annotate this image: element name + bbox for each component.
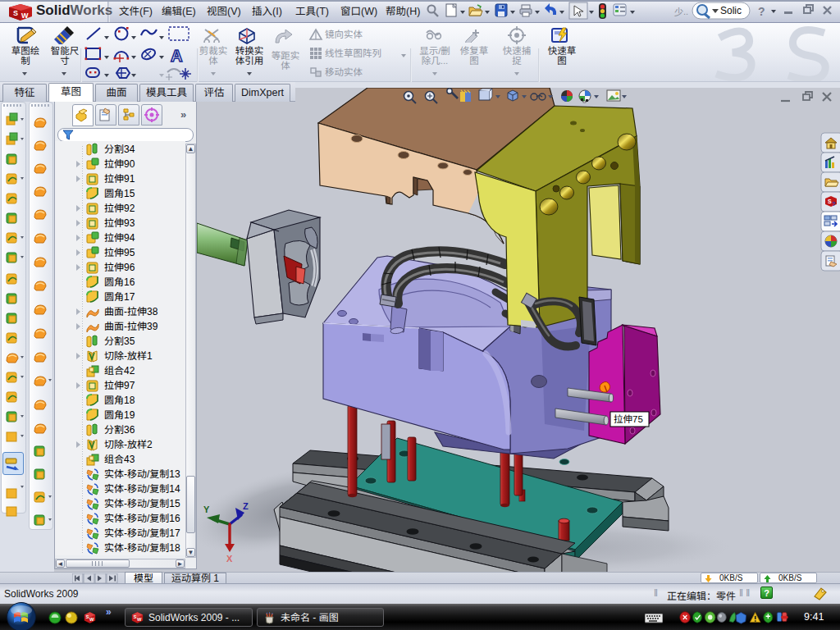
svg-text:S: S <box>13 9 18 17</box>
svg-text:拉伸75: 拉伸75 <box>614 414 643 424</box>
svg-text:A: A <box>171 47 182 65</box>
svg-text:Y: Y <box>203 504 210 514</box>
svg-text:W: W <box>137 617 142 622</box>
svg-text:Z: Z <box>243 501 249 511</box>
svg-text:S: S <box>86 614 89 619</box>
svg-text:S: S <box>134 614 137 619</box>
svg-text:W: W <box>89 617 94 622</box>
svg-text:?: ? <box>758 5 765 18</box>
svg-text:X: X <box>226 554 233 564</box>
svg-text:少..: 少.. <box>674 7 688 16</box>
svg-text:?: ? <box>832 200 836 208</box>
svg-text:Solic: Solic <box>720 5 742 16</box>
svg-text:W: W <box>21 11 29 20</box>
